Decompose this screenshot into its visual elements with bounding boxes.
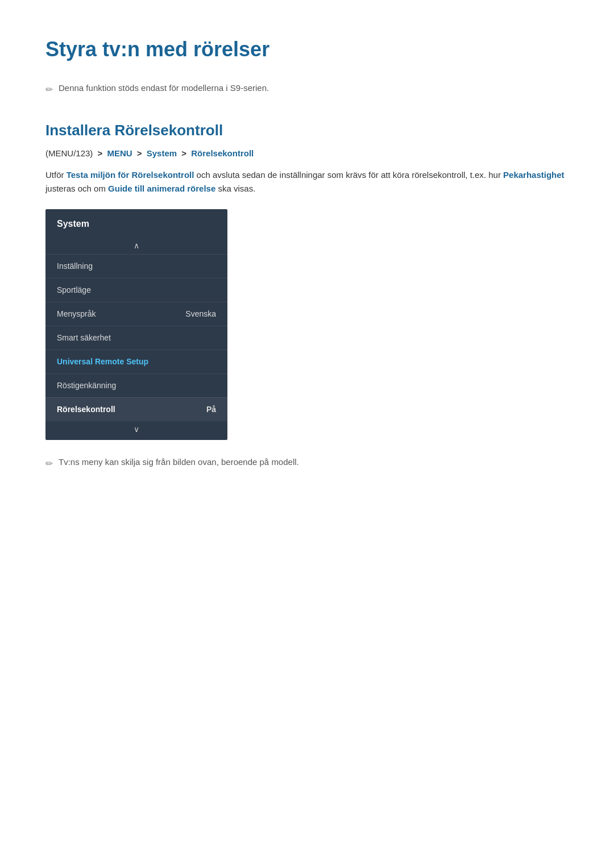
- menu-item-rorelsekontroll[interactable]: Rörelsekontroll På: [45, 397, 227, 421]
- menu-title: System: [45, 209, 227, 236]
- menu-item-menusprak[interactable]: Menyspråk Svenska: [45, 302, 227, 326]
- top-note-text: Denna funktion stöds endast för modeller…: [59, 82, 269, 95]
- menu-item-label: Inställning: [57, 260, 93, 272]
- menu-item-label: Rörelsekontroll: [57, 404, 115, 416]
- bottom-note-row: ✏ Tv:ns meny kan skilja sig från bilden …: [45, 456, 569, 471]
- description-link2: Pekarhastighet: [503, 170, 565, 180]
- description-link3: Guide till animerad rörelse: [108, 184, 215, 193]
- section-title: Installera Rörelsekontroll: [45, 119, 569, 142]
- description-middle: och avsluta sedan de inställningar som k…: [194, 170, 503, 180]
- bottom-note-text: Tv:ns meny kan skilja sig från bilden ov…: [59, 456, 299, 469]
- menu-item-value: Svenska: [185, 308, 216, 320]
- top-note-row: ✏ Denna funktion stöds endast för modell…: [45, 82, 569, 97]
- breadcrumb: (MENU/123) > MENU > System > Rörelsekont…: [45, 147, 569, 160]
- menu-scroll-up[interactable]: ∧: [45, 236, 227, 254]
- menu-item-label: Menyspråk: [57, 308, 96, 320]
- description-before: Utför: [45, 170, 67, 180]
- system-menu: System ∧ Inställning Sportläge Menyspråk…: [45, 209, 227, 440]
- menu-item-label: Smart säkerhet: [57, 332, 111, 344]
- description: Utför Testa miljön för Rörelsekontroll o…: [45, 168, 569, 196]
- breadcrumb-arrow2: >: [137, 148, 142, 158]
- page-title: Styra tv:n med rörelser: [45, 34, 569, 65]
- breadcrumb-arrow3: >: [181, 148, 186, 158]
- breadcrumb-system: System: [147, 148, 177, 158]
- pencil-icon-bottom: ✏: [45, 457, 53, 471]
- breadcrumb-prefix: (MENU/123): [45, 148, 93, 158]
- description-middle2: justeras och om: [45, 184, 108, 193]
- breadcrumb-arrow1: >: [98, 148, 103, 158]
- breadcrumb-menu: MENU: [107, 148, 132, 158]
- description-link1: Testa miljön för Rörelsekontroll: [67, 170, 194, 180]
- menu-item-installing[interactable]: Inställning: [45, 254, 227, 278]
- menu-item-sportlage[interactable]: Sportläge: [45, 278, 227, 302]
- pencil-icon: ✏: [45, 83, 53, 97]
- description-after: ska visas.: [215, 184, 255, 193]
- menu-item-rostigenkanning[interactable]: Röstigenkänning: [45, 373, 227, 397]
- menu-item-label: Universal Remote Setup: [57, 356, 148, 368]
- menu-item-label: Sportläge: [57, 284, 91, 296]
- menu-item-label: Röstigenkänning: [57, 380, 116, 392]
- breadcrumb-rorelsekontroll: Rörelsekontroll: [191, 148, 254, 158]
- menu-item-value: På: [206, 404, 216, 416]
- menu-item-smart-sakerhet[interactable]: Smart säkerhet: [45, 326, 227, 350]
- menu-item-universal-remote[interactable]: Universal Remote Setup: [45, 350, 227, 373]
- menu-scroll-down[interactable]: ∨: [45, 421, 227, 440]
